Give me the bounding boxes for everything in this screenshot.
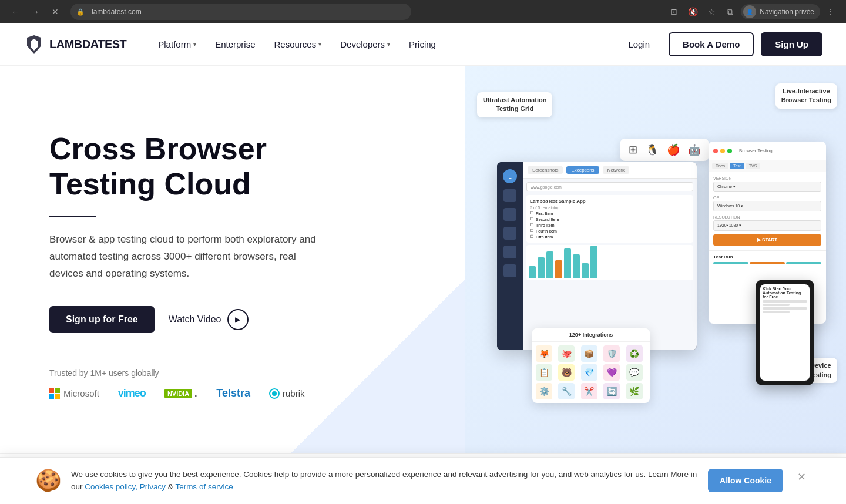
mock-url: www.google.com: [526, 182, 693, 191]
trusted-section: Trusted by 1M+ users globally Microsoft …: [49, 368, 442, 399]
bar-5: [564, 248, 571, 278]
mock-tab-2: Exceptions: [566, 166, 599, 174]
trusted-logos: Microsoft vimeo NVIDIA . Telstra rubrik: [49, 387, 442, 399]
microsoft-icon: [49, 388, 60, 399]
int-icon-11: ⚙️: [536, 383, 552, 399]
menu-icon[interactable]: ⋮: [822, 4, 839, 20]
bar-2: [538, 257, 545, 278]
vimeo-logo: vimeo: [118, 387, 146, 399]
int-icon-8: 💎: [581, 364, 597, 381]
trusted-label: Trusted by 1M+ users globally: [49, 368, 442, 378]
cookie-banner: 🍪 We use cookies to give you the best ex…: [0, 457, 846, 499]
hero-description: Browser & app testing cloud to perform b…: [49, 231, 331, 283]
int-icon-13: ✂️: [581, 383, 597, 399]
rubrik-icon: [269, 388, 280, 399]
int-icon-2: 🐙: [558, 345, 575, 362]
bar-3: [546, 251, 553, 278]
nav-pricing[interactable]: Pricing: [401, 35, 444, 54]
hero-section: Cross Browser Testing Cloud Browser & ap…: [0, 66, 846, 453]
telstra-logo: Telstra: [216, 387, 250, 399]
play-icon: ▶: [227, 309, 249, 330]
mock-tabs: Screenshots Exceptions Network: [523, 162, 697, 179]
mock-tab-1: Screenshots: [528, 166, 563, 174]
site-header: LAMBDATEST Platform ▾ Enterprise Resourc…: [0, 23, 846, 66]
browser-toolbar: ⊡ 🔇 ☆ ⧉ 👤 Navigation privée ⋮: [666, 4, 839, 20]
hero-content: Cross Browser Testing Cloud Browser & ap…: [0, 66, 465, 453]
hero-title: Cross Browser Testing Cloud: [49, 132, 355, 202]
integrations-header: 120+ Integrations: [532, 328, 650, 342]
chevron-down-icon-resources: ▾: [318, 41, 321, 48]
mobile-screen: Kick Start Your Automation Testing for F…: [760, 284, 810, 381]
int-icon-4: 🛡️: [603, 345, 620, 362]
pip-icon[interactable]: ⧉: [722, 4, 738, 20]
sidebar-item-3: [503, 227, 516, 240]
logo[interactable]: LAMBDATEST: [24, 34, 126, 55]
int-icon-1: 🦊: [536, 345, 552, 362]
sidebar-item-2: [503, 208, 516, 221]
watch-video-label: Watch Video: [169, 314, 221, 325]
windows-icon: ⊞: [629, 143, 637, 156]
mock-tab-3: Network: [603, 166, 629, 174]
cast-icon[interactable]: ⊡: [666, 4, 682, 20]
macos-icon: 🍎: [667, 143, 680, 156]
signup-free-button[interactable]: Sign up for Free: [49, 306, 155, 333]
header-right: Login Book A Demo Sign Up: [616, 32, 822, 56]
int-icon-7: 🐻: [558, 364, 575, 381]
automation-chip: Ultrafast Automation Testing Grid: [477, 92, 552, 117]
bar-1: [529, 266, 536, 278]
site-nav: Platform ▾ Enterprise Resources ▾ Develo…: [150, 35, 616, 54]
browser-nav-buttons: ← → ✕: [7, 4, 63, 20]
forward-button[interactable]: →: [27, 4, 43, 20]
nav-resources[interactable]: Resources ▾: [266, 35, 330, 54]
mock-screenshots: ⊞ 🐧 🍎 🤖 L Screenshots Ex: [485, 133, 826, 415]
cookie-text: We use cookies to give you the best expe…: [71, 468, 699, 493]
dashboard-mock: L Screenshots Exceptions Network: [497, 162, 697, 350]
mock-live-form: VERSION Chrome ▾ OS Windows 10 ▾ RESOLUT…: [709, 172, 826, 250]
allow-cookie-button[interactable]: Allow Cookie: [708, 469, 783, 492]
close-button[interactable]: ✕: [47, 4, 63, 20]
integrations-grid: 🦊 🐙 📦 🛡️ ♻️ 📋 🐻 💎 💜 💬 ⚙️ 🔧 ✂️ 🔄 🌿: [532, 342, 650, 403]
logo-text: LAMBDATEST: [49, 38, 126, 51]
microsoft-logo: Microsoft: [49, 388, 99, 399]
hero-actions: Sign up for Free Watch Video ▶: [49, 306, 442, 333]
mock-body: www.google.com LambdaTest Sample App 5 o…: [523, 179, 697, 284]
start-test-btn: ▶ START: [713, 234, 821, 246]
chevron-down-icon-developers: ▾: [387, 41, 390, 48]
back-button[interactable]: ←: [7, 4, 24, 20]
book-demo-button[interactable]: Book A Demo: [669, 32, 754, 56]
bar-4: [555, 260, 562, 278]
bar-8: [590, 246, 597, 278]
sidebar-item-5: [503, 264, 516, 277]
nav-enterprise[interactable]: Enterprise: [207, 35, 263, 54]
int-icon-10: 💬: [626, 364, 643, 381]
sidebar-item-4: [503, 246, 516, 258]
rubrik-logo: rubrik: [269, 388, 305, 399]
mock-logo: L: [503, 169, 517, 183]
mock-sidebar: L: [497, 162, 523, 350]
nav-developers[interactable]: Developers ▾: [332, 35, 398, 54]
mock-live-header: Browser Testing: [709, 142, 826, 160]
mock-content: Screenshots Exceptions Network www.googl…: [523, 162, 697, 350]
profile-badge[interactable]: 👤 Navigation privée: [741, 4, 820, 19]
star-icon[interactable]: ☆: [703, 4, 720, 20]
signup-button[interactable]: Sign Up: [761, 32, 822, 56]
integrations-panel: 120+ Integrations 🦊 🐙 📦 🛡️ ♻️ 📋 🐻 💎 💜 💬 …: [532, 328, 650, 403]
url-text: lambdatest.com: [92, 8, 405, 16]
live-testing-chip: Live-Interactive Browser Testing: [776, 83, 837, 109]
hero-divider: [49, 216, 96, 217]
address-bar[interactable]: 🔒 lambdatest.com: [70, 4, 411, 20]
int-icon-9: 💜: [603, 364, 620, 381]
os-icons-panel: ⊞ 🐧 🍎 🤖: [620, 139, 709, 161]
android-icon: 🤖: [688, 143, 701, 156]
close-cookie-button[interactable]: ✕: [793, 468, 811, 486]
login-button[interactable]: Login: [616, 33, 662, 55]
bar-7: [582, 263, 589, 278]
mute-icon[interactable]: 🔇: [684, 4, 701, 20]
int-icon-15: 🌿: [626, 383, 643, 399]
cookies-policy-link[interactable]: Cookies policy,: [85, 482, 137, 491]
nav-platform[interactable]: Platform ▾: [150, 35, 204, 54]
privacy-link[interactable]: Privacy: [140, 482, 166, 491]
terms-link[interactable]: Terms of service: [175, 482, 233, 491]
mock-list: LambdaTest Sample App 5 of 5 remaining ☐…: [526, 195, 693, 243]
watch-video-button[interactable]: Watch Video ▶: [169, 309, 249, 330]
